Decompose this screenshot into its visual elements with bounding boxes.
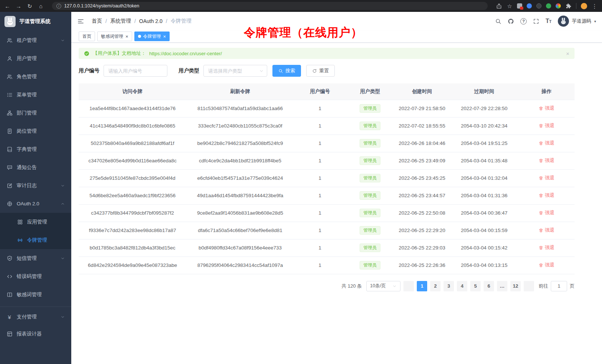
sidebar-item-error-code[interactable]: 错误码管理 xyxy=(0,267,71,285)
url-text[interactable]: 127.0.0.1:1024/system/oauth2/token xyxy=(64,3,139,9)
github-icon[interactable] xyxy=(508,18,514,24)
sms-shield-icon xyxy=(6,255,13,261)
tab-token-management[interactable]: 令牌管理 × xyxy=(134,32,170,41)
bookmark-star-icon[interactable]: ☆ xyxy=(507,3,513,9)
report-designer-icon xyxy=(6,331,13,337)
force-logout-button[interactable]: 强退 xyxy=(539,262,554,268)
sidebar-item-user[interactable]: 用户管理 xyxy=(0,49,71,67)
page-button-3[interactable]: 3 xyxy=(444,281,454,291)
table-row: 1ea5e44f8bc1467aaede43144f31de76 811c530… xyxy=(79,100,575,117)
sidebar-item-dict[interactable]: 字典管理 xyxy=(0,140,71,158)
breadcrumb-system[interactable]: 系统管理 xyxy=(110,18,131,24)
doc-alert: 【用户体系】文档地址： https://doc.iocoder.cn/user-… xyxy=(79,48,575,59)
sidebar-item-menu[interactable]: 菜单管理 xyxy=(0,86,71,104)
sidebar-item-sensitive-words[interactable]: 敏感词管理 xyxy=(0,285,71,304)
extensions-puzzle-icon[interactable] xyxy=(565,3,572,9)
close-icon[interactable]: × xyxy=(163,34,166,39)
fullscreen-icon[interactable] xyxy=(533,18,539,24)
sidebar-item-tenant[interactable]: 租户管理 xyxy=(0,31,71,49)
col-user-type: 用户类型 xyxy=(346,83,394,100)
search-icon[interactable] xyxy=(495,18,501,24)
force-logout-button[interactable]: 强退 xyxy=(539,244,554,251)
hamburger-icon[interactable] xyxy=(77,18,84,25)
sidebar-item-post[interactable]: 岗位管理 xyxy=(0,122,71,140)
sidebar-item-oauth[interactable]: OAuth 2.0 xyxy=(0,195,71,213)
page-button-5[interactable]: 5 xyxy=(470,281,481,291)
browser-home-icon[interactable]: ⌂ xyxy=(38,3,44,9)
help-icon[interactable]: ? xyxy=(520,18,527,24)
app-grid-icon xyxy=(17,219,23,225)
breadcrumb-home[interactable]: 首页 xyxy=(92,18,102,24)
browser-back-icon[interactable]: ← xyxy=(4,3,10,9)
user-type-badge: 管理员 xyxy=(360,261,380,269)
app-logo[interactable]: 芋道管理系统 xyxy=(0,12,71,31)
user-type-select[interactable] xyxy=(203,65,267,77)
red-annotation-text: 令牌管理（在线用户） xyxy=(244,25,363,40)
tab-home[interactable]: 首页 xyxy=(79,32,95,41)
share-icon[interactable] xyxy=(496,3,502,9)
sidebar-item-report-designer[interactable]: 报表设计器 xyxy=(0,325,71,343)
chevron-up-icon xyxy=(60,202,65,206)
force-logout-button[interactable]: 强退 xyxy=(539,105,554,112)
browser-profile-avatar[interactable] xyxy=(581,3,587,9)
address-bar[interactable]: i 127.0.0.1:1024/system/oauth2/token xyxy=(52,2,488,10)
force-logout-button[interactable]: 强退 xyxy=(539,192,554,199)
reset-button[interactable]: 重置 xyxy=(306,65,335,77)
user-id-input[interactable] xyxy=(104,65,167,77)
extension-icon[interactable] xyxy=(546,3,551,9)
force-logout-button[interactable]: 强退 xyxy=(539,157,554,164)
user-menu[interactable]: 芋道源码 ▾ xyxy=(558,16,596,27)
tab-sensitive-words[interactable]: 敏感词管理 × xyxy=(97,32,132,41)
browser-forward-icon[interactable]: → xyxy=(16,3,22,9)
chevron-down-icon xyxy=(60,315,65,319)
page-button-2[interactable]: 2 xyxy=(430,281,441,291)
font-size-icon[interactable]: TT xyxy=(546,18,552,24)
roles-icon xyxy=(6,73,13,80)
app-title: 芋道管理系统 xyxy=(19,18,50,25)
org-tree-icon xyxy=(6,110,13,116)
page-button-6[interactable]: 6 xyxy=(484,281,494,291)
force-logout-button[interactable]: 强退 xyxy=(539,140,554,146)
next-page-button[interactable] xyxy=(524,281,534,291)
chevron-down-icon xyxy=(60,256,65,261)
oauth-dial-icon xyxy=(6,201,13,207)
alert-close-icon[interactable]: × xyxy=(566,51,569,56)
active-dot xyxy=(138,35,141,38)
sidebar-item-role[interactable]: 角色管理 xyxy=(0,67,71,86)
close-icon[interactable]: × xyxy=(125,34,128,39)
page-button-12[interactable]: 12 xyxy=(510,281,521,291)
sidebar-item-dept[interactable]: 部门管理 xyxy=(0,104,71,122)
sidebar-item-payment[interactable]: ¥ 支付管理 xyxy=(0,307,71,325)
sidebar-item-sms[interactable]: 短信管理 xyxy=(0,249,71,267)
extension-icon[interactable] xyxy=(536,3,542,9)
table-row: b0d1785bc3a8482f812db4a3f3bd15ec b0df498… xyxy=(79,239,575,257)
sidebar-item-audit-log[interactable]: 审计日志 xyxy=(0,176,71,195)
goto-page-input[interactable] xyxy=(551,281,567,291)
extension-badge xyxy=(520,7,523,10)
col-expire-time: 过期时间 xyxy=(450,83,518,100)
extension-icon[interactable] xyxy=(556,3,561,9)
doc-link[interactable]: https://doc.iocoder.cn/user-center/ xyxy=(149,51,222,56)
force-logout-button[interactable]: 强退 xyxy=(539,209,554,216)
search-button[interactable]: 搜索 xyxy=(272,65,301,77)
force-logout-button[interactable]: 强退 xyxy=(539,122,554,129)
force-logout-button[interactable]: 强退 xyxy=(539,175,554,181)
success-check-icon xyxy=(84,51,89,56)
sidebar-item-oauth-token[interactable]: 令牌管理 xyxy=(0,231,71,249)
browser-reload-icon[interactable]: ↻ xyxy=(27,3,33,9)
prev-page-button[interactable] xyxy=(403,281,414,291)
browser-chrome: ← → ↻ ⌂ i 127.0.0.1:1024/system/oauth2/t… xyxy=(0,0,602,12)
extension-icon[interactable] xyxy=(517,3,522,9)
breadcrumb-oauth[interactable]: OAuth 2.0 xyxy=(139,18,163,24)
extension-icon[interactable] xyxy=(527,3,532,9)
force-logout-button[interactable]: 强退 xyxy=(539,227,554,234)
sidebar-item-notice[interactable]: 通知公告 xyxy=(0,158,71,176)
page-button-4[interactable]: 4 xyxy=(457,281,467,291)
rabbit-logo-icon xyxy=(4,16,16,27)
page-button-1[interactable]: 1 xyxy=(417,281,427,291)
page-size-select[interactable]: 10条/页 xyxy=(366,281,400,291)
browser-menu-icon[interactable]: ⋮ xyxy=(592,3,598,9)
site-info-icon[interactable]: i xyxy=(56,4,61,9)
sidebar-item-oauth-app[interactable]: 应用管理 xyxy=(0,213,71,231)
more-pages-button[interactable]: … xyxy=(497,281,507,291)
